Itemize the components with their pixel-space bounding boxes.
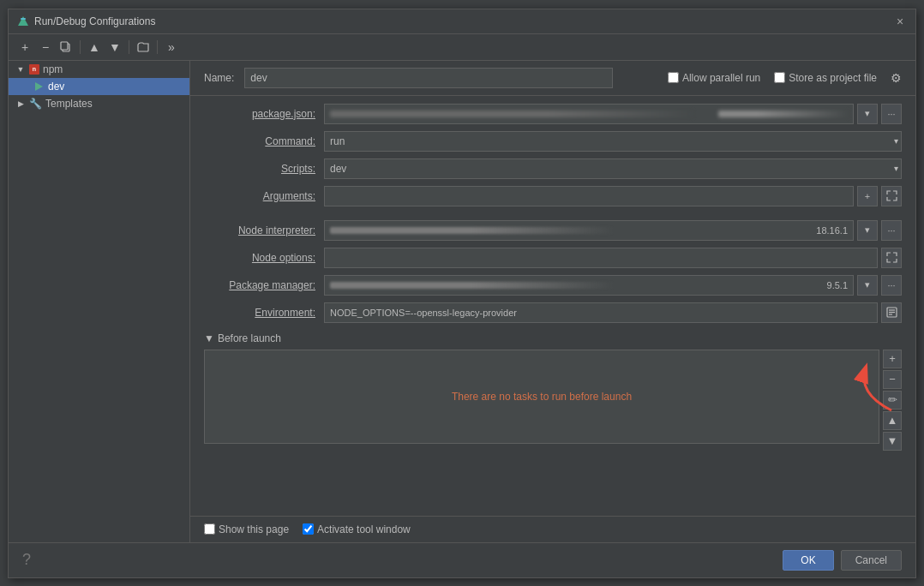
tree-templates[interactable]: ▶ 🔧 Templates [9, 95, 189, 112]
node-options-input[interactable] [324, 248, 878, 268]
package-manager-dropdown-button[interactable]: ▾ [857, 275, 878, 296]
before-launch-down-button[interactable]: ▼ [883, 432, 902, 451]
node-options-expand-button[interactable] [881, 248, 902, 268]
tree-dev-item[interactable]: dev [9, 78, 189, 95]
svg-marker-0 [18, 16, 28, 26]
templates-expand-arrow: ▶ [15, 99, 26, 109]
node-interpreter-field[interactable]: 18.16.1 [324, 220, 854, 241]
left-panel: ▼ n npm dev ▶ 🔧 Templates [9, 61, 190, 542]
footer-right: OK Cancel [783, 550, 902, 571]
before-launch-section: ▼ Before launch There are no tasks to ru… [204, 331, 902, 451]
config-body: package.json: ▾ ··· Command: [190, 96, 915, 516]
arguments-row: Arguments: + [204, 185, 902, 207]
node-options-row: Node options: [204, 247, 902, 269]
copy-config-button[interactable] [57, 38, 75, 57]
npm-expand-arrow: ▼ [15, 64, 26, 75]
package-json-blur [330, 111, 693, 117]
arguments-input[interactable] [324, 186, 854, 206]
title-bar: Run/Debug Configurations × [9, 9, 915, 34]
package-manager-version: 9.5.1 [827, 280, 848, 290]
package-manager-field[interactable]: 9.5.1 [324, 275, 854, 296]
dialog-title: Run/Debug Configurations [34, 15, 155, 27]
command-select[interactable]: run install test build [324, 131, 902, 152]
node-options-control [324, 248, 902, 268]
arguments-expand-button[interactable] [881, 186, 902, 206]
before-launch-header[interactable]: ▼ Before launch [204, 331, 902, 346]
before-launch-label: Before launch [218, 332, 281, 344]
name-input[interactable] [244, 68, 613, 88]
remove-config-button[interactable]: − [36, 38, 55, 57]
arguments-control: + [324, 186, 902, 206]
close-button[interactable]: × [893, 15, 907, 28]
toolbar: + − ▲ ▼ » [9, 34, 915, 61]
main-content: ▼ n npm dev ▶ 🔧 Templates Name: [9, 61, 915, 542]
node-interpreter-label: Node interpreter: [204, 224, 324, 236]
package-json-browse-button[interactable]: ··· [881, 104, 902, 124]
environment-label: Environment: [204, 307, 324, 319]
header-right: Allow parallel run Store as project file… [668, 71, 902, 85]
package-json-dropdown-button[interactable]: ▾ [857, 104, 878, 124]
package-manager-browse-button[interactable]: ··· [881, 275, 902, 296]
package-json-control: ▾ ··· [324, 104, 902, 124]
templates-label: Templates [45, 98, 93, 110]
environment-value: NODE_OPTIONS=--openssl-legacy-provider [330, 308, 517, 318]
command-row: Command: run install test build ▾ [204, 130, 902, 152]
before-launch-side-buttons: + − ✏ ▲ ▼ [883, 350, 902, 451]
command-select-wrapper: run install test build ▾ [324, 131, 902, 152]
before-launch-up-button[interactable]: ▲ [883, 411, 902, 430]
toolbar-sep-3 [157, 40, 158, 54]
add-config-button[interactable]: + [15, 38, 34, 57]
show-page-checkbox[interactable] [204, 523, 215, 535]
name-label: Name: [204, 72, 234, 84]
before-launch-remove-button[interactable]: − [883, 370, 902, 389]
package-manager-control: 9.5.1 ▾ ··· [324, 275, 902, 296]
scripts-select-wrapper: dev build start ▾ [324, 158, 902, 179]
folder-button[interactable] [134, 38, 153, 57]
before-launch-add-button[interactable]: + [883, 350, 902, 368]
move-up-button[interactable]: ▲ [85, 38, 104, 57]
separator-1 [204, 212, 902, 219]
arguments-add-button[interactable]: + [857, 186, 878, 206]
package-manager-blur [330, 282, 615, 289]
node-path-blur [330, 227, 615, 234]
allow-parallel-label[interactable]: Allow parallel run [668, 72, 760, 84]
node-version: 18.16.1 [816, 225, 848, 236]
settings-gear-button[interactable]: ⚙ [891, 71, 902, 85]
environment-row: Environment: NODE_OPTIONS=--openssl-lega… [204, 302, 902, 324]
svg-marker-4 [35, 82, 43, 91]
node-interpreter-control: 18.16.1 ▾ ··· [324, 220, 902, 241]
node-interpreter-browse-button[interactable]: ··· [881, 220, 902, 241]
package-json-label: package.json: [204, 108, 324, 120]
show-page-label[interactable]: Show this page [204, 523, 289, 535]
npm-group-label: npm [43, 63, 63, 75]
activate-tool-label[interactable]: Activate tool window [303, 523, 411, 535]
scripts-control: dev build start ▾ [324, 158, 902, 179]
dev-item-label: dev [48, 81, 64, 93]
more-button[interactable]: » [162, 38, 181, 57]
environment-control: NODE_OPTIONS=--openssl-legacy-provider [324, 302, 902, 323]
svg-rect-1 [21, 18, 26, 20]
store-as-project-label[interactable]: Store as project file [774, 72, 877, 84]
allow-parallel-checkbox[interactable] [668, 72, 679, 83]
activate-tool-text: Activate tool window [317, 523, 411, 535]
before-launch-body: There are no tasks to run before launch [204, 350, 879, 444]
run-debug-dialog: Run/Debug Configurations × + − ▲ ▼ » [8, 9, 916, 578]
environment-field[interactable]: NODE_OPTIONS=--openssl-legacy-provider [324, 302, 878, 323]
cancel-button[interactable]: Cancel [841, 550, 902, 571]
tree-npm-group[interactable]: ▼ n npm [9, 61, 189, 78]
before-launch-arrow: ▼ [204, 332, 214, 344]
help-button[interactable]: ? [22, 551, 31, 569]
scripts-label: Scripts: [204, 163, 324, 175]
ok-button[interactable]: OK [783, 550, 833, 571]
package-json-row: package.json: ▾ ··· [204, 103, 902, 125]
node-interpreter-dropdown-button[interactable]: ▾ [857, 220, 878, 241]
right-panel: Name: Allow parallel run Store as projec… [190, 61, 915, 542]
before-launch-edit-button[interactable]: ✏ [883, 391, 902, 410]
dialog-icon [17, 15, 29, 27]
move-down-button[interactable]: ▼ [105, 38, 124, 57]
store-as-project-checkbox[interactable] [774, 72, 785, 83]
environment-edit-button[interactable] [881, 302, 902, 323]
package-json-field[interactable] [324, 104, 854, 124]
activate-tool-checkbox[interactable] [303, 523, 314, 535]
scripts-select[interactable]: dev build start [324, 158, 902, 179]
